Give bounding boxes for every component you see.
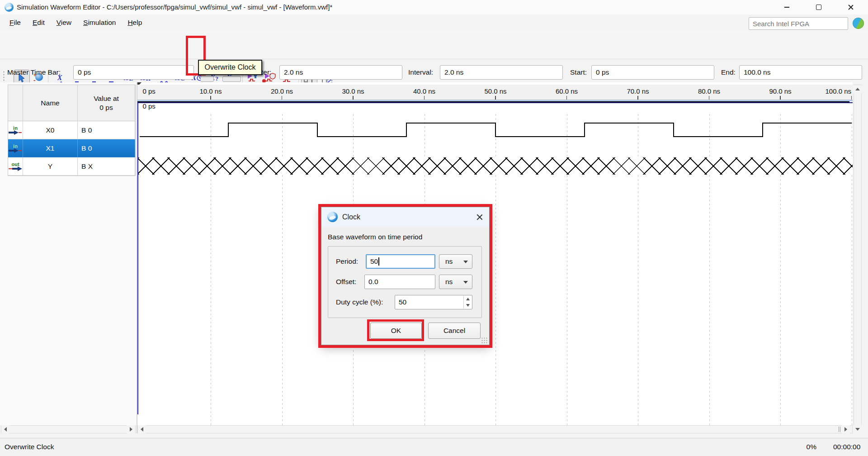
duty-cycle-value: 50	[399, 298, 406, 306]
start-label: Start:	[570, 65, 587, 80]
period-input[interactable]: 50	[366, 254, 435, 269]
period-unit-combo[interactable]: ns	[439, 254, 472, 269]
pointer-field[interactable]: 2.0 ns	[279, 65, 402, 80]
scroll-down-button[interactable]	[854, 425, 862, 433]
table-scroll-left-button[interactable]	[1, 425, 9, 433]
hidden-button[interactable]	[222, 76, 241, 82]
scroll-up-button[interactable]	[854, 85, 862, 93]
waveform-x0-transition	[495, 123, 496, 137]
chevron-down-icon	[463, 261, 468, 263]
status-message: Overwrite Clock	[5, 438, 54, 456]
vertical-scrollbar[interactable]	[854, 85, 862, 433]
table-scroll-right-button[interactable]	[127, 425, 135, 433]
hidden-button[interactable]	[200, 76, 214, 82]
waveform-scroll-right-button[interactable]	[842, 425, 850, 433]
chevron-down-icon	[463, 281, 468, 284]
waveform-panel[interactable]: 0 ps10.0 ns20.0 ns30.0 ns40.0 ns50.0 ns6…	[137, 82, 853, 425]
arrow-left-icon	[141, 427, 143, 432]
period-value: 50	[370, 257, 378, 265]
ruler-tick-label: 0 ps	[143, 87, 156, 95]
input-pin-arrow	[9, 148, 22, 153]
waveform-x0-transition	[762, 123, 763, 137]
waveform-x0-transition	[584, 123, 585, 137]
close-button[interactable]	[840, 0, 861, 14]
menu-view[interactable]: View	[51, 14, 77, 31]
waveform-x0-transition	[317, 123, 318, 137]
offset-value: 0.0	[368, 278, 378, 285]
minimize-button[interactable]	[776, 0, 797, 14]
input-pin-arrow	[9, 130, 22, 135]
dialog-subtitle: Base waveform on time period	[328, 233, 422, 241]
master-time-bar-field[interactable]: 0 ps	[73, 65, 194, 80]
ruler-tick-label: 30.0 ns	[342, 87, 364, 95]
status-progress: 0%	[800, 438, 816, 456]
menu-edit[interactable]: Edit	[27, 14, 51, 31]
cancel-button[interactable]: Cancel	[428, 323, 481, 339]
table-row-x0[interactable]: in X0 B 0	[8, 121, 135, 139]
row-x1-icon-cell: in	[8, 139, 23, 157]
spin-down-icon	[466, 304, 470, 307]
waveform-scroll-left-button[interactable]	[138, 425, 146, 433]
menu-file[interactable]: File	[4, 14, 27, 31]
arrow-up-icon	[855, 88, 860, 90]
waveform-x0-segment	[317, 136, 406, 137]
ruler-tick-label: 90.0 ns	[769, 87, 791, 95]
header-value-line1: Value at	[94, 94, 119, 103]
master-time-bar-line[interactable]	[137, 103, 138, 414]
ruler-tick-label: 10.0 ns	[199, 87, 222, 95]
end-label: End:	[721, 65, 736, 80]
header-name-cell: Name	[23, 85, 78, 121]
arrow-left-icon	[4, 427, 7, 432]
row-x0-icon-cell: in	[8, 121, 23, 139]
maximize-button[interactable]	[808, 0, 829, 14]
row-x0-value: B 0	[78, 121, 135, 139]
duty-cycle-spinner[interactable]	[463, 296, 472, 309]
waveform-x0-segment	[763, 123, 852, 124]
ruler-tick-label: 80.0 ns	[698, 87, 720, 95]
menu-simulation[interactable]: Simulation	[77, 14, 122, 31]
dialog-title-bar[interactable]: Clock	[321, 207, 489, 227]
intel-globe-icon[interactable]	[853, 18, 864, 29]
spin-up-icon	[466, 298, 470, 300]
waveform-horizontal-scrollbar[interactable]	[137, 425, 853, 433]
start-field[interactable]: 0 ps	[591, 65, 714, 80]
waveform-x0-transition	[228, 123, 229, 137]
offset-label: Offset:	[336, 275, 356, 289]
signal-table-panel: Name Value at 0 ps in X0 B 0	[0, 82, 137, 425]
scrollbar-grip[interactable]	[839, 427, 840, 432]
ok-button[interactable]: OK	[370, 323, 422, 339]
ruler-tick-label: 100.0 ns	[825, 87, 851, 95]
offset-input[interactable]: 0.0	[364, 275, 435, 289]
menu-bar: FileEditViewSimulationHelp	[0, 14, 868, 31]
header-icon-cell	[8, 85, 23, 121]
header-value-cell: Value at 0 ps	[78, 85, 135, 121]
ruler-tick-mark	[353, 96, 354, 100]
table-horizontal-scrollbar[interactable]	[1, 425, 136, 433]
duty-cycle-input[interactable]: 50	[395, 295, 472, 309]
table-row-x1-selected[interactable]: in X1 B 0	[8, 139, 135, 157]
interval-field[interactable]: 2.0 ns	[440, 65, 563, 80]
waveform-x0-segment	[228, 123, 317, 124]
tooltip-overwrite-clock: Overwrite Clock	[198, 60, 262, 75]
toolbar: + - X 0 1 Z XL XH INV XC X	[0, 31, 868, 59]
ruler-tick-mark	[851, 96, 852, 100]
output-pin-icon: out	[9, 162, 22, 171]
table-header-row: Name Value at 0 ps	[8, 85, 135, 121]
clock-dialog: Clock Base waveform on time period Perio…	[321, 207, 490, 345]
signal-table: Name Value at 0 ps in X0 B 0	[8, 85, 136, 176]
dialog-close-icon[interactable]	[476, 214, 483, 220]
selection-band-bottom	[137, 102, 853, 103]
end-field[interactable]: 100.0 ns	[739, 65, 862, 80]
ruler-tick-mark	[495, 96, 496, 100]
offset-unit-combo[interactable]: ns	[439, 275, 472, 289]
menu-help[interactable]: Help	[122, 14, 148, 31]
row-x1-name: X1	[23, 139, 78, 157]
search-input[interactable]	[749, 17, 848, 30]
dialog-resize-grip[interactable]	[481, 337, 487, 343]
arbitrary-value-letter: ?	[216, 74, 219, 82]
table-row-y[interactable]: out Y B X	[8, 157, 135, 176]
dialog-title: Clock	[342, 207, 360, 227]
row-y-value: B X	[78, 157, 135, 176]
minimize-icon	[784, 7, 789, 8]
pointer-label-clipped: ter:	[261, 65, 271, 80]
